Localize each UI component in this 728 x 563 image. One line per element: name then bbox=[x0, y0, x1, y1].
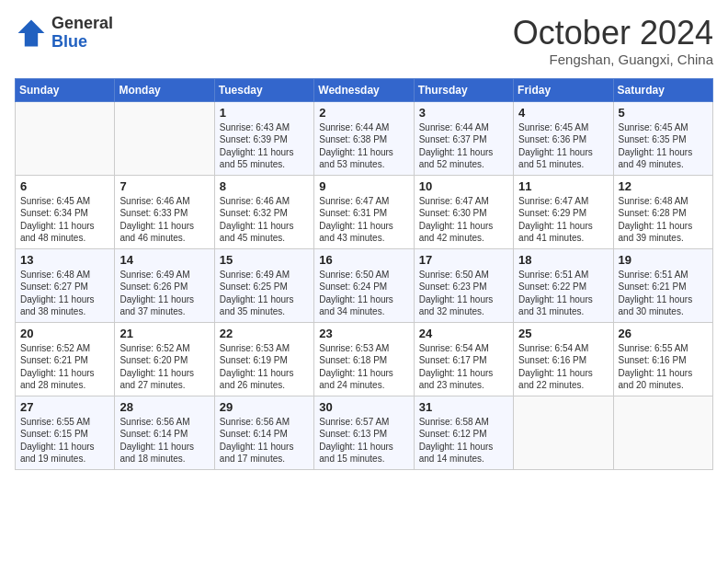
weekday-header: Thursday bbox=[414, 78, 513, 101]
calendar-cell: 30Sunrise: 6:57 AM Sunset: 6:13 PM Dayli… bbox=[314, 396, 414, 469]
calendar-week-row: 1Sunrise: 6:43 AM Sunset: 6:39 PM Daylig… bbox=[16, 101, 713, 175]
day-number: 19 bbox=[619, 253, 708, 267]
day-info: Sunrise: 6:51 AM Sunset: 6:22 PM Dayligh… bbox=[518, 269, 608, 318]
month-title: October 2024 bbox=[513, 15, 713, 52]
calendar-cell: 26Sunrise: 6:55 AM Sunset: 6:16 PM Dayli… bbox=[613, 322, 712, 396]
day-number: 31 bbox=[419, 400, 508, 414]
day-info: Sunrise: 6:45 AM Sunset: 6:36 PM Dayligh… bbox=[518, 121, 608, 171]
calendar-cell: 15Sunrise: 6:49 AM Sunset: 6:25 PM Dayli… bbox=[214, 248, 313, 322]
day-info: Sunrise: 6:51 AM Sunset: 6:21 PM Dayligh… bbox=[619, 269, 708, 318]
title-block: October 2024 Fengshan, Guangxi, China bbox=[513, 15, 713, 67]
day-info: Sunrise: 6:47 AM Sunset: 6:30 PM Dayligh… bbox=[419, 195, 508, 245]
day-number: 5 bbox=[619, 106, 708, 120]
weekday-header: Friday bbox=[514, 78, 613, 101]
calendar-cell: 11Sunrise: 6:47 AM Sunset: 6:29 PM Dayli… bbox=[514, 175, 613, 248]
calendar-cell: 7Sunrise: 6:46 AM Sunset: 6:33 PM Daylig… bbox=[115, 175, 214, 248]
calendar-cell: 28Sunrise: 6:56 AM Sunset: 6:14 PM Dayli… bbox=[115, 396, 214, 469]
calendar-cell: 5Sunrise: 6:45 AM Sunset: 6:35 PM Daylig… bbox=[613, 101, 712, 175]
day-number: 16 bbox=[319, 253, 408, 267]
calendar-cell: 23Sunrise: 6:53 AM Sunset: 6:18 PM Dayli… bbox=[314, 322, 414, 396]
day-number: 12 bbox=[619, 179, 708, 193]
weekday-header: Monday bbox=[115, 78, 214, 101]
weekday-header: Saturday bbox=[613, 78, 712, 101]
day-number: 22 bbox=[220, 327, 309, 340]
calendar-table: SundayMondayTuesdayWednesdayThursdayFrid… bbox=[15, 78, 713, 470]
calendar-week-row: 27Sunrise: 6:55 AM Sunset: 6:15 PM Dayli… bbox=[16, 396, 713, 469]
logo-general: General bbox=[51, 14, 113, 32]
calendar-cell: 19Sunrise: 6:51 AM Sunset: 6:21 PM Dayli… bbox=[613, 248, 712, 322]
weekday-header: Wednesday bbox=[314, 78, 414, 101]
day-info: Sunrise: 6:52 AM Sunset: 6:20 PM Dayligh… bbox=[119, 342, 209, 392]
day-number: 28 bbox=[119, 400, 209, 414]
day-info: Sunrise: 6:56 AM Sunset: 6:14 PM Dayligh… bbox=[220, 416, 309, 465]
day-number: 6 bbox=[20, 179, 109, 193]
day-info: Sunrise: 6:46 AM Sunset: 6:33 PM Dayligh… bbox=[119, 195, 209, 245]
logo: General Blue bbox=[15, 15, 113, 52]
day-info: Sunrise: 6:48 AM Sunset: 6:27 PM Dayligh… bbox=[20, 269, 109, 318]
day-info: Sunrise: 6:55 AM Sunset: 6:15 PM Dayligh… bbox=[20, 416, 109, 465]
calendar-cell: 17Sunrise: 6:50 AM Sunset: 6:23 PM Dayli… bbox=[414, 248, 513, 322]
day-info: Sunrise: 6:48 AM Sunset: 6:28 PM Dayligh… bbox=[619, 195, 708, 245]
logo-text: General Blue bbox=[51, 15, 113, 52]
calendar-cell: 31Sunrise: 6:58 AM Sunset: 6:12 PM Dayli… bbox=[414, 396, 513, 469]
calendar-cell: 10Sunrise: 6:47 AM Sunset: 6:30 PM Dayli… bbox=[414, 175, 513, 248]
calendar-cell: 16Sunrise: 6:50 AM Sunset: 6:24 PM Dayli… bbox=[314, 248, 414, 322]
day-number: 27 bbox=[20, 400, 109, 414]
calendar-cell: 2Sunrise: 6:44 AM Sunset: 6:38 PM Daylig… bbox=[314, 101, 414, 175]
day-info: Sunrise: 6:57 AM Sunset: 6:13 PM Dayligh… bbox=[319, 416, 408, 465]
calendar-cell: 3Sunrise: 6:44 AM Sunset: 6:37 PM Daylig… bbox=[414, 101, 513, 175]
day-info: Sunrise: 6:46 AM Sunset: 6:32 PM Dayligh… bbox=[220, 195, 309, 245]
calendar-cell: 13Sunrise: 6:48 AM Sunset: 6:27 PM Dayli… bbox=[16, 248, 115, 322]
calendar-cell: 1Sunrise: 6:43 AM Sunset: 6:39 PM Daylig… bbox=[214, 101, 313, 175]
weekday-header-row: SundayMondayTuesdayWednesdayThursdayFrid… bbox=[16, 78, 713, 101]
day-info: Sunrise: 6:45 AM Sunset: 6:35 PM Dayligh… bbox=[619, 121, 708, 171]
day-number: 13 bbox=[20, 253, 109, 267]
day-info: Sunrise: 6:49 AM Sunset: 6:26 PM Dayligh… bbox=[119, 269, 209, 318]
day-number: 2 bbox=[319, 106, 408, 120]
calendar-cell: 22Sunrise: 6:53 AM Sunset: 6:19 PM Dayli… bbox=[214, 322, 313, 396]
calendar-week-row: 13Sunrise: 6:48 AM Sunset: 6:27 PM Dayli… bbox=[16, 248, 713, 322]
day-number: 11 bbox=[518, 179, 608, 193]
weekday-header: Sunday bbox=[16, 78, 115, 101]
day-info: Sunrise: 6:47 AM Sunset: 6:29 PM Dayligh… bbox=[518, 195, 608, 245]
calendar-cell bbox=[115, 101, 214, 175]
svg-marker-0 bbox=[18, 19, 45, 46]
day-number: 8 bbox=[220, 179, 309, 193]
day-number: 4 bbox=[518, 106, 608, 120]
day-info: Sunrise: 6:53 AM Sunset: 6:18 PM Dayligh… bbox=[319, 342, 408, 392]
day-number: 21 bbox=[119, 327, 209, 340]
day-number: 17 bbox=[419, 253, 508, 267]
calendar-week-row: 6Sunrise: 6:45 AM Sunset: 6:34 PM Daylig… bbox=[16, 175, 713, 248]
day-number: 10 bbox=[419, 179, 508, 193]
day-info: Sunrise: 6:58 AM Sunset: 6:12 PM Dayligh… bbox=[419, 416, 508, 465]
calendar-cell: 12Sunrise: 6:48 AM Sunset: 6:28 PM Dayli… bbox=[613, 175, 712, 248]
day-number: 30 bbox=[319, 400, 408, 414]
day-number: 15 bbox=[220, 253, 309, 267]
day-info: Sunrise: 6:55 AM Sunset: 6:16 PM Dayligh… bbox=[619, 342, 708, 392]
calendar-cell: 27Sunrise: 6:55 AM Sunset: 6:15 PM Dayli… bbox=[16, 396, 115, 469]
calendar-cell: 29Sunrise: 6:56 AM Sunset: 6:14 PM Dayli… bbox=[214, 396, 313, 469]
day-info: Sunrise: 6:50 AM Sunset: 6:23 PM Dayligh… bbox=[419, 269, 508, 318]
calendar-cell: 24Sunrise: 6:54 AM Sunset: 6:17 PM Dayli… bbox=[414, 322, 513, 396]
day-number: 9 bbox=[319, 179, 408, 193]
day-info: Sunrise: 6:49 AM Sunset: 6:25 PM Dayligh… bbox=[220, 269, 309, 318]
calendar-cell: 8Sunrise: 6:46 AM Sunset: 6:32 PM Daylig… bbox=[214, 175, 313, 248]
location: Fengshan, Guangxi, China bbox=[513, 52, 713, 67]
day-info: Sunrise: 6:50 AM Sunset: 6:24 PM Dayligh… bbox=[319, 269, 408, 318]
day-info: Sunrise: 6:44 AM Sunset: 6:37 PM Dayligh… bbox=[419, 121, 508, 171]
day-info: Sunrise: 6:45 AM Sunset: 6:34 PM Dayligh… bbox=[20, 195, 109, 245]
calendar-cell bbox=[613, 396, 712, 469]
day-info: Sunrise: 6:52 AM Sunset: 6:21 PM Dayligh… bbox=[20, 342, 109, 392]
day-info: Sunrise: 6:53 AM Sunset: 6:19 PM Dayligh… bbox=[220, 342, 309, 392]
day-info: Sunrise: 6:43 AM Sunset: 6:39 PM Dayligh… bbox=[220, 121, 309, 171]
day-info: Sunrise: 6:54 AM Sunset: 6:16 PM Dayligh… bbox=[518, 342, 608, 392]
day-number: 25 bbox=[518, 327, 608, 340]
day-number: 20 bbox=[20, 327, 109, 340]
day-number: 29 bbox=[220, 400, 309, 414]
weekday-header: Tuesday bbox=[214, 78, 313, 101]
calendar-cell: 6Sunrise: 6:45 AM Sunset: 6:34 PM Daylig… bbox=[16, 175, 115, 248]
day-number: 7 bbox=[119, 179, 209, 193]
day-info: Sunrise: 6:47 AM Sunset: 6:31 PM Dayligh… bbox=[319, 195, 408, 245]
calendar-cell: 18Sunrise: 6:51 AM Sunset: 6:22 PM Dayli… bbox=[514, 248, 613, 322]
day-info: Sunrise: 6:44 AM Sunset: 6:38 PM Dayligh… bbox=[319, 121, 408, 171]
